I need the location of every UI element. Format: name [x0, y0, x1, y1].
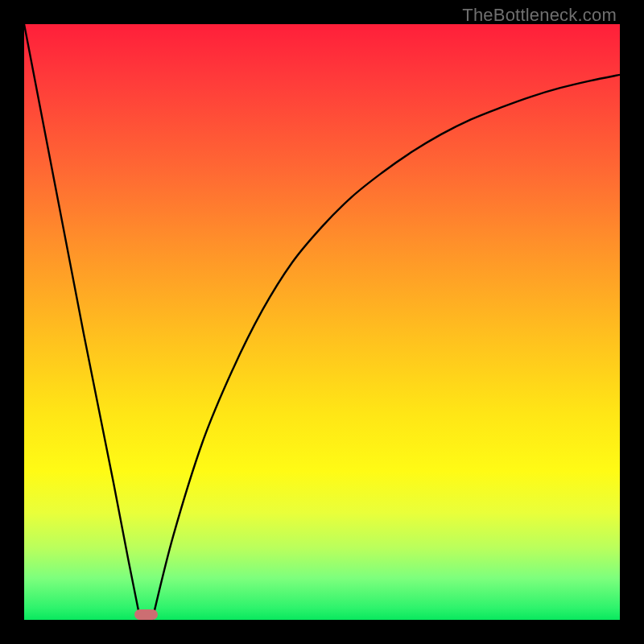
chart-frame: TheBottleneck.com: [0, 0, 644, 644]
curve-left-branch: [24, 24, 140, 620]
watermark-text: TheBottleneck.com: [462, 5, 617, 26]
baseline-marker: [134, 609, 159, 620]
curve-right-branch: [152, 75, 620, 620]
chart-curve-layer: [24, 24, 620, 620]
